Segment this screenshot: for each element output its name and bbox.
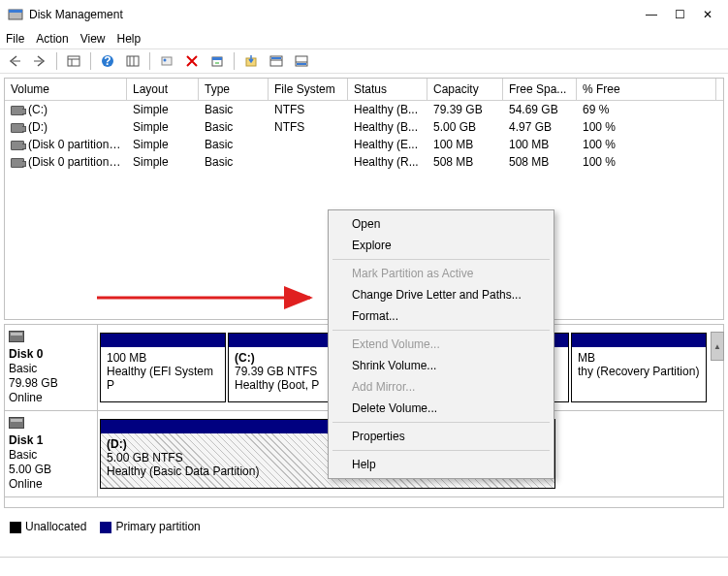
close-button[interactable]: ✕ [703, 8, 712, 21]
ctx-mark-active: Mark Partition as Active [331, 263, 552, 284]
partition[interactable]: MBthy (Recovery Partition) [571, 333, 707, 402]
col-layout[interactable]: Layout [127, 79, 199, 100]
ctx-help[interactable]: Help [331, 454, 552, 475]
col-filesystem[interactable]: File System [269, 79, 348, 100]
col-volume[interactable]: Volume [5, 79, 127, 100]
svg-rect-20 [297, 63, 306, 65]
delete-icon[interactable] [181, 50, 203, 72]
app-icon [8, 7, 23, 22]
table-row[interactable]: (D:)SimpleBasicNTFSHealthy (B...5.00 GB4… [5, 118, 723, 136]
col-status[interactable]: Status [348, 79, 427, 100]
ctx-format[interactable]: Format... [331, 305, 552, 327]
disk-icon [9, 417, 24, 429]
svg-text:?: ? [104, 54, 111, 68]
list-top-icon[interactable] [266, 50, 287, 72]
ctx-properties[interactable]: Properties [331, 426, 552, 447]
ctx-extend-volume: Extend Volume... [331, 334, 552, 355]
context-menu: Open Explore Mark Partition as Active Ch… [328, 209, 554, 479]
drive-icon [11, 141, 24, 150]
toolbar: ? [0, 48, 728, 74]
menu-file[interactable]: File [6, 32, 24, 46]
legend-primary-label: Primary partition [115, 520, 200, 533]
forward-button[interactable] [29, 50, 50, 72]
settings-icon[interactable] [122, 50, 143, 72]
legend-primary-swatch [100, 522, 111, 533]
disk-label[interactable]: Disk 0Basic79.98 GBOnline [5, 325, 98, 410]
back-button[interactable] [4, 50, 25, 72]
svg-rect-13 [212, 57, 222, 60]
svg-point-11 [164, 59, 167, 62]
minimize-button[interactable]: — [646, 8, 657, 21]
disk-icon [9, 331, 24, 342]
col-capacity[interactable]: Capacity [427, 79, 503, 100]
col-type[interactable]: Type [199, 79, 269, 100]
col-pctfree[interactable]: % Free [577, 79, 716, 100]
svg-rect-2 [68, 56, 79, 66]
svg-rect-10 [162, 57, 172, 65]
properties-icon[interactable] [206, 50, 228, 72]
legend: Unallocated Primary partition [0, 512, 728, 541]
table-row[interactable]: (Disk 0 partition 4)SimpleBasicHealthy (… [5, 153, 723, 171]
ctx-open[interactable]: Open [331, 213, 552, 235]
legend-unallocated-swatch [10, 522, 21, 533]
scrollbar-up-icon[interactable]: ▲ [711, 332, 724, 361]
menu-help[interactable]: Help [117, 32, 142, 46]
ctx-change-drive-letter[interactable]: Change Drive Letter and Paths... [331, 284, 552, 305]
status-bar [0, 557, 728, 576]
legend-unallocated-label: Unallocated [25, 520, 86, 533]
ctx-explore[interactable]: Explore [331, 235, 552, 256]
table-row[interactable]: (Disk 0 partition 1)SimpleBasicHealthy (… [5, 136, 723, 153]
svg-rect-7 [127, 56, 139, 66]
ctx-shrink-volume[interactable]: Shrink Volume... [331, 355, 552, 376]
menu-view[interactable]: View [80, 32, 106, 46]
show-hide-button[interactable] [63, 50, 84, 72]
ctx-add-mirror: Add Mirror... [331, 376, 552, 398]
volume-list-header: Volume Layout Type File System Status Ca… [5, 79, 723, 101]
partition[interactable]: 100 MBHealthy (EFI System P [100, 333, 226, 402]
svg-rect-1 [9, 10, 22, 13]
svg-rect-17 [271, 57, 281, 59]
drive-icon [11, 158, 24, 168]
drive-icon [11, 123, 24, 133]
col-freespace[interactable]: Free Spa... [503, 79, 577, 100]
disk-label[interactable]: Disk 1Basic5.00 GBOnline [5, 411, 98, 496]
window-title: Disk Management [29, 8, 646, 21]
menu-action[interactable]: Action [36, 32, 68, 46]
help-icon[interactable]: ? [97, 50, 118, 72]
maximize-button[interactable]: ☐ [675, 8, 685, 21]
table-row[interactable]: (C:)SimpleBasicNTFSHealthy (B...79.39 GB… [5, 101, 723, 118]
action-icon[interactable] [240, 50, 262, 72]
list-bottom-icon[interactable] [291, 50, 312, 72]
ctx-delete-volume[interactable]: Delete Volume... [331, 398, 552, 419]
drive-icon [11, 106, 24, 115]
refresh-icon[interactable] [156, 50, 177, 72]
